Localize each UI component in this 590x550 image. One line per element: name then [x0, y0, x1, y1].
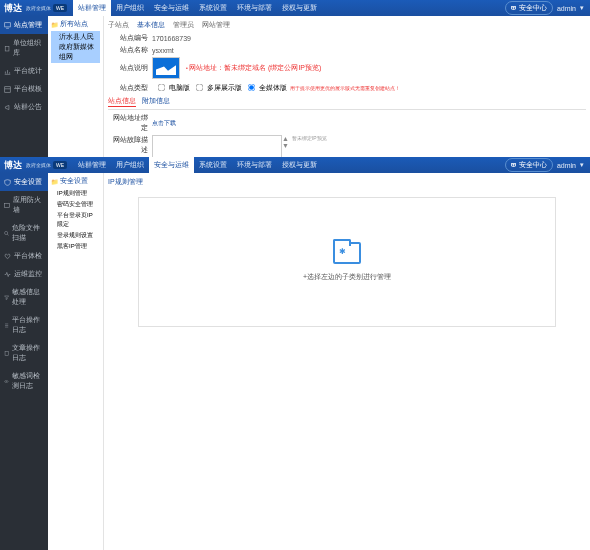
nav-license-update[interactable]: 授权与更新	[277, 0, 322, 16]
sidebar2-platform-log[interactable]: 平台操作日志	[0, 311, 48, 339]
logo-tag-2: WE	[53, 161, 67, 169]
tree-password[interactable]: 密码安全管理	[55, 199, 100, 210]
sidebar2-word-log[interactable]: 敏感词检测日志	[0, 367, 48, 395]
security-tree: 📁 安全设置 IP规则管理 密码安全管理 平台登录页IP限定 登录规则设置 黑客…	[48, 173, 104, 550]
tree-ip-rules[interactable]: IP规则管理	[55, 188, 100, 199]
tab-admins[interactable]: 管理员	[173, 20, 194, 30]
tree-header-2[interactable]: 📁 安全设置	[51, 176, 100, 186]
tab-site-mgmt[interactable]: 网站管理	[202, 20, 230, 30]
svg-rect-3	[5, 86, 11, 92]
nav2-security-ops[interactable]: 安全与运维	[149, 157, 194, 173]
site-type-label: 站点类型	[108, 83, 148, 93]
tree-node-active[interactable]: 沂水县人民政府新媒体组网	[51, 31, 100, 63]
chart-icon	[4, 68, 11, 75]
topbar-2: 博达 政府全媒体 WE 站群管理 用户组织 安全与运维 系统设置 环境与部署 授…	[0, 157, 590, 173]
site-view-hint: • 网站地址：暂未绑定域名 (绑定公网IP预览)	[186, 63, 321, 73]
sidebar-org-lib[interactable]: 单位组织库	[0, 34, 48, 62]
download-link[interactable]: 点击下载	[152, 119, 176, 128]
sidebar2-article-log[interactable]: 文章操作日志	[0, 339, 48, 367]
main-tab-ip-rules[interactable]: IP规则管理	[108, 177, 143, 187]
dropdown-icon-2[interactable]: ▾	[580, 161, 584, 169]
folder-gear-icon	[333, 242, 361, 264]
safe-center-button[interactable]: ⛨ 安全中心	[505, 1, 553, 15]
filter-icon	[4, 294, 9, 301]
list-icon	[4, 322, 9, 329]
nav-security-ops[interactable]: 安全与运维	[149, 0, 194, 16]
user-label-2[interactable]: admin	[557, 162, 576, 169]
topbar: 博达 政府全媒体 WE 站群管理 用户组织 安全与运维 系统设置 环境与部署 授…	[0, 0, 590, 16]
sidebar-templates[interactable]: 平台模板	[0, 80, 48, 98]
nav-system-settings[interactable]: 系统设置	[194, 0, 232, 16]
sidebar2-sensitive[interactable]: 敏感信息处理	[0, 283, 48, 311]
building-icon	[4, 45, 10, 52]
tree-header[interactable]: 📁 所有站点	[51, 19, 100, 29]
search-icon	[4, 230, 9, 237]
megaphone-icon	[4, 104, 11, 111]
empty-state-text: +选择左边的子类别进行管理	[303, 272, 391, 282]
mini-tab-site-info[interactable]: 站点信息	[108, 96, 136, 107]
logo: 博达	[0, 2, 26, 15]
tab-substations[interactable]: 子站点	[108, 20, 129, 30]
tree-hacker-ip[interactable]: 黑客IP管理	[55, 241, 100, 252]
radio-desktop[interactable]	[158, 84, 166, 92]
nav2-env-deploy[interactable]: 环境与部署	[232, 157, 277, 173]
mini-tabs: 站点信息 附加信息	[108, 96, 586, 110]
sidebar2-security[interactable]: 安全设置	[0, 173, 48, 191]
svg-point-10	[6, 381, 7, 382]
svg-rect-2	[5, 46, 9, 50]
logo-2: 博达	[0, 159, 26, 172]
user-label[interactable]: admin	[557, 5, 576, 12]
dropdown-icon[interactable]: ▾	[580, 4, 584, 12]
eye-icon	[4, 378, 9, 385]
logo-sub-2: 政府全媒体	[26, 162, 51, 168]
sidebar-site-mgmt[interactable]: 站点管理	[0, 16, 48, 34]
shield-icon	[4, 179, 11, 186]
layout-icon	[4, 86, 11, 93]
site-id-label: 站点编号	[108, 33, 148, 43]
main-panel: 子站点 基本信息 管理员 网站管理 站点编号1701668739 站点名称ysx…	[104, 16, 590, 157]
desc-textarea[interactable]	[152, 135, 282, 157]
radio-multiscreen[interactable]	[196, 84, 204, 92]
stepper-icon[interactable]: ▲▼	[282, 135, 289, 149]
empty-state: +选择左边的子类别进行管理	[138, 197, 556, 327]
sidebar-2: 安全设置 应用防火墙 危险文件扫描 平台体检 运维监控 敏感信息处理 平台操作日…	[0, 173, 48, 550]
main-panel-2: IP规则管理 +选择左边的子类别进行管理	[104, 173, 590, 550]
svg-rect-8	[5, 351, 8, 355]
mini-tab-extra-info[interactable]: 附加信息	[142, 96, 170, 107]
svg-rect-0	[5, 22, 11, 26]
nav2-license-update[interactable]: 授权与更新	[277, 157, 322, 173]
nav-user-org[interactable]: 用户组织	[111, 0, 149, 16]
tab-basic-info[interactable]: 基本信息	[137, 20, 165, 30]
svg-line-7	[7, 234, 9, 236]
logo-tag: WE	[53, 4, 67, 12]
sidebar2-health[interactable]: 平台体检	[0, 247, 48, 265]
nav-env-deploy[interactable]: 环境与部署	[232, 0, 277, 16]
sidebar2-waf[interactable]: 应用防火墙	[0, 191, 48, 219]
nav-site-mgmt[interactable]: 站群管理	[73, 0, 111, 16]
logo-sub: 政府全媒体	[26, 5, 51, 11]
site-view-label: 站点说明	[108, 63, 148, 73]
sidebar-announce[interactable]: 站群公告	[0, 98, 48, 116]
sidebar2-scan[interactable]: 危险文件扫描	[0, 219, 48, 247]
site-name-value: ysxxmt	[152, 47, 174, 54]
sidebar2-monitor[interactable]: 运维监控	[0, 265, 48, 283]
site-thumbnail[interactable]	[152, 57, 180, 79]
site-tree: 📁 所有站点 沂水县人民政府新媒体组网	[48, 16, 104, 157]
domain-strip-label: 网站地址绑定	[108, 113, 148, 133]
sidebar: 站点管理 单位组织库 平台统计 平台模板 站群公告	[0, 16, 48, 157]
sidebar-stats[interactable]: 平台统计	[0, 62, 48, 80]
nav2-system-settings[interactable]: 系统设置	[194, 157, 232, 173]
nav2-site-mgmt[interactable]: 站群管理	[73, 157, 111, 173]
desc-label: 网站故障描述	[108, 135, 148, 155]
heart-icon	[4, 253, 11, 260]
tree-login-ip[interactable]: 平台登录页IP限定	[55, 210, 100, 230]
type-hint: 用于提示使用更优的展示版式无需重复创建站点！	[290, 85, 400, 91]
pulse-icon	[4, 271, 11, 278]
doc-icon	[4, 350, 9, 357]
site-id-value: 1701668739	[152, 35, 191, 42]
main-tabs: 子站点 基本信息 管理员 网站管理	[108, 20, 586, 30]
radio-fullmedia[interactable]	[248, 84, 256, 92]
tree-login-rules[interactable]: 登录规则设置	[55, 230, 100, 241]
nav2-user-org[interactable]: 用户组织	[111, 157, 149, 173]
safe-center-button-2[interactable]: ⛨ 安全中心	[505, 158, 553, 172]
